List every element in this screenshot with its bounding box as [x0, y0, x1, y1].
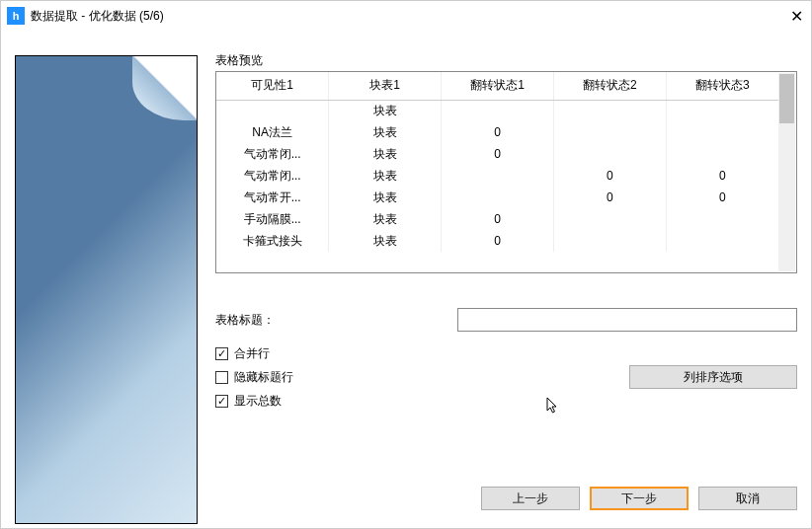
wizard-buttons: 上一步 下一步 取消	[215, 467, 797, 514]
merge-rows-label: 合并行	[234, 345, 270, 362]
table-cell: 气动常闭...	[216, 143, 329, 165]
table-cell	[553, 121, 666, 143]
table-cell: 块表	[329, 208, 442, 230]
table-row[interactable]: 块表	[216, 100, 778, 121]
scrollbar-thumb[interactable]	[779, 74, 794, 123]
show-totals-row[interactable]: 显示总数	[215, 389, 600, 413]
table-cell: 块表	[329, 230, 442, 252]
merge-rows-row[interactable]: 合并行	[215, 341, 600, 365]
window-title: 数据提取 - 优化数据 (5/6)	[31, 8, 764, 25]
table-cell: 0	[553, 187, 666, 208]
table-row[interactable]: 气动常闭...块表00	[216, 165, 778, 187]
hide-header-row[interactable]: 隐藏标题行	[215, 365, 600, 389]
previous-button[interactable]: 上一步	[481, 487, 580, 510]
table-cell: 0	[666, 165, 778, 187]
app-icon: h	[7, 7, 25, 25]
column-header[interactable]: 翻转状态3	[666, 72, 778, 100]
table-cell	[553, 100, 666, 121]
show-totals-label: 显示总数	[234, 393, 282, 410]
table-cell	[553, 230, 666, 252]
table-cell: 块表	[329, 143, 442, 165]
table-cell	[666, 230, 778, 252]
table-cell	[666, 143, 778, 165]
table-cell	[666, 121, 778, 143]
table-cell: 0	[442, 143, 554, 165]
table-scroll: 可见性1块表1翻转状态1翻转状态2翻转状态3 块表NA法兰块表0气动常闭...块…	[216, 72, 778, 272]
table-cell	[553, 208, 666, 230]
options-form: 表格标题： 合并行 隐藏标题行 显示总数	[215, 308, 797, 413]
hide-header-checkbox[interactable]	[215, 371, 228, 384]
table-cell	[216, 100, 329, 121]
table-title-label: 表格标题：	[215, 312, 457, 329]
next-button[interactable]: 下一步	[590, 487, 689, 510]
table-cell: 0	[442, 121, 554, 143]
cancel-button[interactable]: 取消	[698, 487, 797, 510]
show-totals-checkbox[interactable]	[215, 395, 228, 408]
table-cell: 气动常开...	[216, 187, 329, 208]
column-header[interactable]: 块表1	[329, 72, 442, 100]
close-icon[interactable]: ✕	[764, 7, 803, 26]
hide-header-label: 隐藏标题行	[234, 369, 293, 386]
table-cell	[442, 187, 554, 208]
table-cell: 卡箍式接头	[216, 230, 329, 252]
table-cell: 0	[666, 187, 778, 208]
page-preview-thumbnail	[15, 55, 198, 524]
merge-rows-checkbox[interactable]	[215, 347, 228, 360]
column-header[interactable]: 翻转状态2	[553, 72, 666, 100]
right-pane: 表格预览 可见性1块表1翻转状态1翻转状态2翻转状态3 块表NA法兰块表0气动常…	[198, 31, 797, 514]
table-cell	[666, 100, 778, 121]
table-row[interactable]: 手动隔膜...块表0	[216, 208, 778, 230]
column-sort-options-button[interactable]: 列排序选项	[629, 365, 797, 389]
table-cell: 块表	[329, 187, 442, 208]
table-preview: 可见性1块表1翻转状态1翻转状态2翻转状态3 块表NA法兰块表0气动常闭...块…	[215, 71, 797, 273]
titlebar: h 数据提取 - 优化数据 (5/6) ✕	[1, 1, 811, 31]
table-cell: 块表	[329, 165, 442, 187]
table-title-input[interactable]	[457, 308, 797, 332]
title-row: 表格标题：	[215, 308, 797, 332]
column-header[interactable]: 可见性1	[216, 72, 329, 100]
vertical-scrollbar[interactable]	[778, 73, 795, 271]
table-row[interactable]: 气动常闭...块表0	[216, 143, 778, 165]
table-row[interactable]: 气动常开...块表00	[216, 187, 778, 208]
table-cell: 0	[442, 230, 554, 252]
table-cell: 块表	[329, 100, 442, 121]
table-cell: 块表	[329, 121, 442, 143]
table-cell: 手动隔膜...	[216, 208, 329, 230]
table-cell: 气动常闭...	[216, 165, 329, 187]
content: 表格预览 可见性1块表1翻转状态1翻转状态2翻转状态3 块表NA法兰块表0气动常…	[1, 31, 811, 528]
data-table: 可见性1块表1翻转状态1翻转状态2翻转状态3 块表NA法兰块表0气动常闭...块…	[216, 72, 778, 252]
table-cell	[442, 165, 554, 187]
table-cell: 0	[553, 165, 666, 187]
table-cell	[666, 208, 778, 230]
table-cell: 0	[442, 208, 554, 230]
table-cell: NA法兰	[216, 121, 329, 143]
column-header[interactable]: 翻转状态1	[442, 72, 554, 100]
table-cell	[442, 100, 554, 121]
table-row[interactable]: 卡箍式接头块表0	[216, 230, 778, 252]
table-preview-label: 表格预览	[215, 52, 797, 69]
table-row[interactable]: NA法兰块表0	[216, 121, 778, 143]
table-cell	[553, 143, 666, 165]
